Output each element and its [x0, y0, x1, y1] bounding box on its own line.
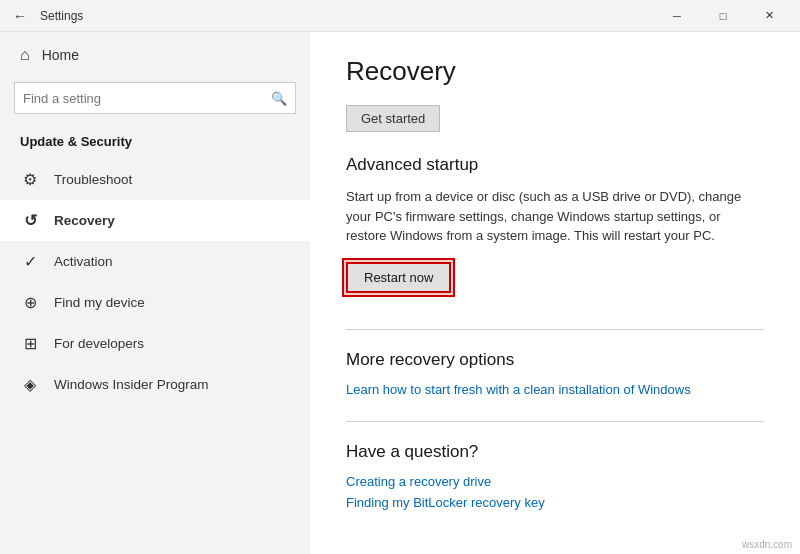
troubleshoot-icon: ⚙: [20, 170, 40, 189]
app-body: ⌂ Home 🔍 Update & Security ⚙ Troubleshoo…: [0, 32, 800, 554]
restart-now-button[interactable]: Restart now: [346, 262, 451, 293]
get-started-button[interactable]: Get started: [346, 105, 440, 132]
search-icon: 🔍: [271, 91, 287, 106]
titlebar: ← Settings ─ □ ✕: [0, 0, 800, 32]
have-a-question-section: Have a question? Creating a recovery dri…: [346, 442, 764, 510]
insider-label: Windows Insider Program: [54, 377, 209, 392]
find-device-label: Find my device: [54, 295, 145, 310]
page-title: Recovery: [346, 56, 764, 87]
titlebar-title: Settings: [40, 9, 654, 23]
search-box[interactable]: 🔍: [14, 82, 296, 114]
main-content: Recovery Get started Advanced startup St…: [310, 32, 800, 554]
sidebar: ⌂ Home 🔍 Update & Security ⚙ Troubleshoo…: [0, 32, 310, 554]
sidebar-section-title: Update & Security: [0, 126, 310, 159]
sidebar-item-activation[interactable]: ✓ Activation: [0, 241, 310, 282]
developers-label: For developers: [54, 336, 144, 351]
recovery-drive-link[interactable]: Creating a recovery drive: [346, 474, 764, 489]
search-input[interactable]: [23, 91, 271, 106]
home-icon: ⌂: [20, 46, 30, 64]
back-button[interactable]: ←: [8, 4, 32, 28]
minimize-button[interactable]: ─: [654, 0, 700, 32]
advanced-startup-heading: Advanced startup: [346, 155, 764, 175]
close-button[interactable]: ✕: [746, 0, 792, 32]
close-icon: ✕: [765, 9, 774, 22]
recovery-icon: ↺: [20, 211, 40, 230]
section-divider-1: [346, 329, 764, 330]
sidebar-item-troubleshoot[interactable]: ⚙ Troubleshoot: [0, 159, 310, 200]
titlebar-controls: ─ □ ✕: [654, 0, 792, 32]
back-icon: ←: [13, 8, 27, 24]
maximize-button[interactable]: □: [700, 0, 746, 32]
sidebar-item-recovery[interactable]: ↺ Recovery: [0, 200, 310, 241]
advanced-startup-section: Advanced startup Start up from a device …: [346, 155, 764, 321]
advanced-startup-desc: Start up from a device or disc (such as …: [346, 187, 764, 246]
insider-icon: ◈: [20, 375, 40, 394]
sidebar-item-home[interactable]: ⌂ Home: [0, 32, 310, 78]
sidebar-item-find-my-device[interactable]: ⊕ Find my device: [0, 282, 310, 323]
troubleshoot-label: Troubleshoot: [54, 172, 132, 187]
maximize-icon: □: [720, 10, 727, 22]
activation-label: Activation: [54, 254, 113, 269]
more-recovery-section: More recovery options Learn how to start…: [346, 350, 764, 397]
recovery-label: Recovery: [54, 213, 115, 228]
have-a-question-heading: Have a question?: [346, 442, 764, 462]
sidebar-item-windows-insider[interactable]: ◈ Windows Insider Program: [0, 364, 310, 405]
sidebar-item-for-developers[interactable]: ⊞ For developers: [0, 323, 310, 364]
more-recovery-heading: More recovery options: [346, 350, 764, 370]
activation-icon: ✓: [20, 252, 40, 271]
clean-install-link[interactable]: Learn how to start fresh with a clean in…: [346, 382, 764, 397]
home-label: Home: [42, 47, 79, 63]
find-device-icon: ⊕: [20, 293, 40, 312]
section-divider-2: [346, 421, 764, 422]
bitlocker-link[interactable]: Finding my BitLocker recovery key: [346, 495, 764, 510]
minimize-icon: ─: [673, 10, 681, 22]
developers-icon: ⊞: [20, 334, 40, 353]
